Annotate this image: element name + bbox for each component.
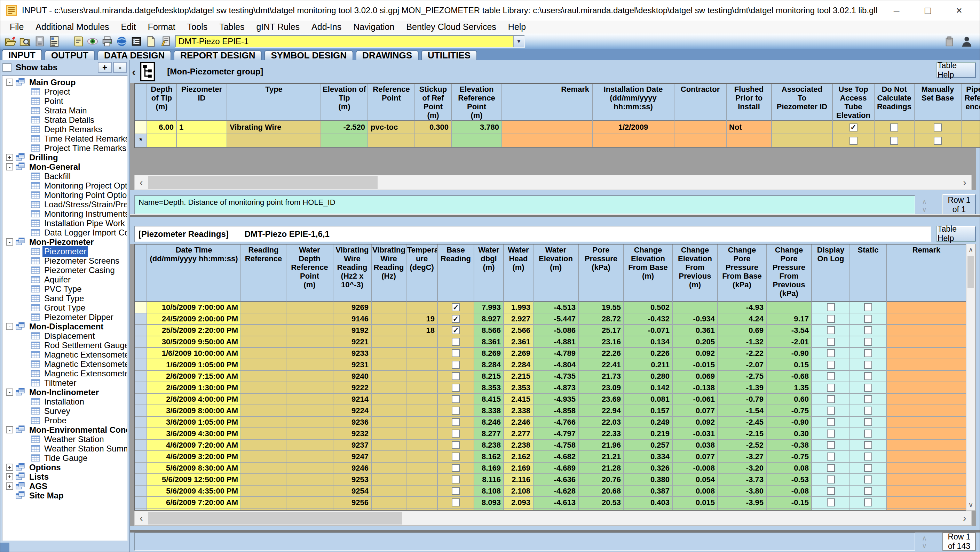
cell-pp-r5[interactable]: 22.26: [579, 348, 624, 359]
cell-rr-r14[interactable]: [241, 451, 286, 463]
cell-v2-r17[interactable]: [372, 485, 406, 497]
panel-splitter[interactable]: [130, 214, 980, 217]
unchecked-checkbox[interactable]: [452, 464, 460, 472]
tree-item-main-group[interactable]: -Main Group: [2, 78, 127, 87]
cell-dl-r18[interactable]: [812, 497, 850, 509]
script-icon[interactable]: [71, 35, 85, 48]
cell-wh-r18[interactable]: 2.093: [504, 497, 533, 509]
tab-data-design[interactable]: DATA DESIGN: [97, 50, 171, 60]
tree-item-tiltmeter[interactable]: Tiltmeter: [2, 378, 127, 387]
cell-rm-r15[interactable]: [887, 463, 967, 474]
cell-dl-r5[interactable]: [812, 348, 850, 359]
cell-wd-r3[interactable]: [286, 325, 333, 336]
cell-st-r6[interactable]: [850, 359, 887, 371]
cell-ceb-r6[interactable]: 0.211: [624, 359, 673, 371]
unchecked-checkbox[interactable]: [452, 476, 460, 484]
cell-rp-r1[interactable]: pvc-toc: [368, 121, 415, 134]
spinner-down-icon[interactable]: ∨: [922, 206, 927, 213]
cell-fl-r1[interactable]: Not: [727, 121, 772, 134]
tree-item-installation-pipe-work[interactable]: Installation Pipe Work: [2, 219, 127, 228]
cell-wh-r16[interactable]: 2.116: [504, 474, 533, 485]
cell-rm-r3[interactable]: [887, 325, 967, 336]
cell-we-r10[interactable]: -4.858: [533, 405, 579, 417]
collapse-icon[interactable]: -: [6, 238, 13, 246]
cell-rr-r11[interactable]: [241, 417, 286, 428]
cell-we-r17[interactable]: -4.628: [533, 485, 579, 497]
cell-v1-r10[interactable]: 9224: [333, 405, 372, 417]
cell-cpb-r14[interactable]: -3.27: [718, 451, 767, 463]
unchecked-checkbox[interactable]: [827, 430, 835, 438]
menu-item-file[interactable]: File: [4, 21, 30, 33]
cell-idt-r2[interactable]: [593, 134, 675, 148]
cell-br-r3[interactable]: ✓: [438, 325, 474, 336]
upper-horizontal-scrollbar[interactable]: ‹ ›: [134, 175, 972, 190]
cell-wh-r14[interactable]: 2.162: [504, 451, 533, 463]
row-selector[interactable]: [135, 451, 147, 463]
unchecked-checkbox[interactable]: [864, 418, 872, 426]
unchecked-checkbox[interactable]: [827, 349, 835, 357]
cell-tp-r10[interactable]: [406, 405, 438, 417]
unchecked-checkbox[interactable]: [452, 418, 460, 426]
cell-dt-r15[interactable]: 5/6/2009 8:30:00 AM: [147, 463, 241, 474]
cell-tp-r3[interactable]: 18: [406, 325, 438, 336]
cell-db-r18[interactable]: 8.093: [474, 497, 504, 509]
cell-cpb-r8[interactable]: -1.39: [718, 382, 767, 394]
cell-tp-r6[interactable]: [406, 359, 438, 371]
spinner-up-icon[interactable]: ∧: [922, 534, 927, 542]
cell-wd-r13[interactable]: [286, 439, 333, 451]
cell-v2-r10[interactable]: [372, 405, 406, 417]
spinner-up-icon[interactable]: ∧: [922, 198, 927, 206]
tree-item-monitoring-project-options[interactable]: Monitoring Project Options: [2, 181, 127, 190]
cell-cpb-r13[interactable]: -2.52: [718, 439, 767, 451]
cell-v1-r11[interactable]: 9236: [333, 417, 372, 428]
cell-wd-r18[interactable]: [286, 497, 333, 509]
cell-rm-r13[interactable]: [887, 439, 967, 451]
cell-ceb-r5[interactable]: 0.226: [624, 348, 673, 359]
cell-cpp-r7[interactable]: -0.68: [767, 371, 812, 382]
tree-item-rod-settlement-gauge[interactable]: Rod Settlement Gauge: [2, 341, 127, 350]
cell-v1-r1[interactable]: 9269: [333, 302, 372, 313]
tree-item-aquifer[interactable]: Aquifer: [2, 275, 127, 284]
cell-pp-r16[interactable]: 20.76: [579, 474, 624, 485]
menu-item-bentley-cloud-services[interactable]: Bentley Cloud Services: [400, 21, 502, 33]
cell-ceb-r18[interactable]: 0.403: [624, 497, 673, 509]
cell-et-r1[interactable]: -2.520: [321, 121, 368, 134]
scroll-right-icon[interactable]: ›: [958, 175, 971, 190]
cell-cpb-r7[interactable]: -2.75: [718, 371, 767, 382]
cell-wd-r11[interactable]: [286, 417, 333, 428]
collapse-icon[interactable]: -: [6, 389, 13, 396]
cell-we-r14[interactable]: -4.682: [533, 451, 579, 463]
cell-v1-r14[interactable]: 9247: [333, 451, 372, 463]
cell-wh-r3[interactable]: 2.566: [504, 325, 533, 336]
cell-cpp-r3[interactable]: -3.54: [767, 325, 812, 336]
cell-dl-r13[interactable]: [812, 439, 850, 451]
cell-pp-r12[interactable]: 22.33: [579, 428, 624, 439]
cell-tp-r5[interactable]: [406, 348, 438, 359]
cell-tp-r13[interactable]: [406, 439, 438, 451]
cell-st-r9[interactable]: [850, 394, 887, 405]
unchecked-checkbox[interactable]: [890, 124, 898, 132]
unchecked-checkbox[interactable]: [864, 361, 872, 369]
cell-cpp-r10[interactable]: -0.75: [767, 405, 812, 417]
unchecked-checkbox[interactable]: [827, 338, 835, 346]
cell-dl-r8[interactable]: [812, 382, 850, 394]
scroll-down-icon[interactable]: ∨: [966, 499, 975, 510]
cell-cep-r8[interactable]: -0.138: [673, 382, 718, 394]
cell-ms-r2[interactable]: [915, 134, 962, 148]
cell-rm-r8[interactable]: [887, 382, 967, 394]
cell-br-r17[interactable]: [438, 485, 474, 497]
scroll-left-icon[interactable]: ‹: [135, 511, 148, 525]
unchecked-checkbox[interactable]: [864, 349, 872, 357]
collapse-icon[interactable]: -: [6, 323, 13, 330]
cell-cpb-r12[interactable]: -2.15: [718, 428, 767, 439]
note-spinner[interactable]: ∧∨: [917, 197, 932, 215]
cell-dt-r1[interactable]: 10/5/2009 7:00:00 AM: [147, 302, 241, 313]
unchecked-checkbox[interactable]: [452, 430, 460, 438]
cell-v1-r16[interactable]: 9253: [333, 474, 372, 485]
cell-tp-r12[interactable]: [406, 428, 438, 439]
unchecked-checkbox[interactable]: [864, 384, 872, 392]
cell-rm-r16[interactable]: [887, 474, 967, 485]
menu-item-tools[interactable]: Tools: [181, 21, 213, 33]
cell-cpb-r1[interactable]: -4.93: [718, 302, 767, 313]
cell-rr-r9[interactable]: [241, 394, 286, 405]
